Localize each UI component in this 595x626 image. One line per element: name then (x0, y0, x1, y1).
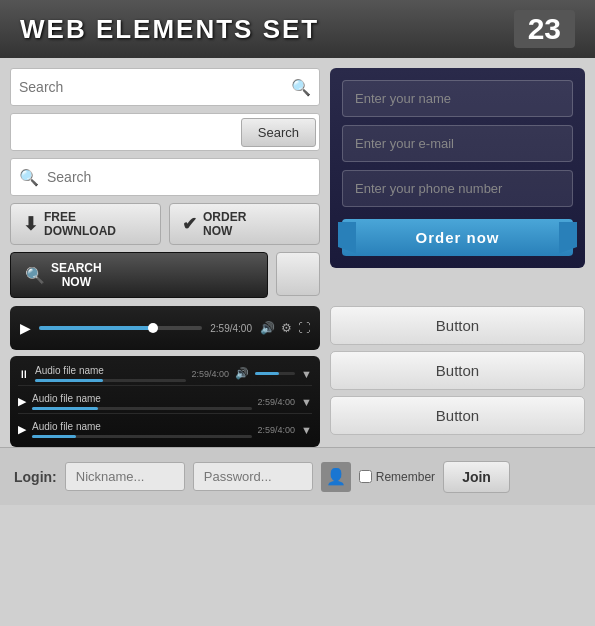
audio-fill-1 (35, 379, 103, 382)
player-controls: 🔊 ⚙ ⛶ (260, 321, 310, 335)
video-player: ▶ 2:59/4:00 🔊 ⚙ ⛶ (10, 306, 320, 350)
video-progress-bar[interactable] (39, 326, 202, 330)
audio-time-2: 2:59/4:00 (258, 397, 296, 407)
audio-progress-bar-3[interactable] (32, 435, 252, 438)
volume-icon[interactable]: 🔊 (260, 321, 275, 335)
audio-time-3: 2:59/4:00 (258, 425, 296, 435)
download-label: FREEDOWNLOAD (44, 210, 116, 238)
order-form: Order now (330, 68, 585, 268)
ribbon-left (338, 222, 356, 254)
settings-icon[interactable]: ⚙ (281, 321, 292, 335)
login-label: Login: (14, 469, 57, 485)
search-input-2[interactable] (11, 124, 238, 140)
order-button-wrapper: Order now (342, 219, 573, 256)
search-now-button[interactable]: 🔍 SEARCHNOW (10, 252, 268, 298)
free-download-button[interactable]: ⬇ FREEDOWNLOAD (10, 203, 161, 245)
audio-play-button-3[interactable]: ▶ (18, 423, 26, 436)
header-title: WEB ELEMENTS SET (20, 14, 319, 45)
search-icon-1: 🔍 (291, 78, 311, 97)
audio-track-2: ▶ Audio file name 2:59/4:00 ▼ (18, 390, 312, 414)
audio-play-button-2[interactable]: ▶ (18, 395, 26, 408)
order-label: ORDERNOW (203, 210, 246, 238)
phone-input[interactable] (342, 170, 573, 207)
player-right: Button Button Button (330, 306, 585, 447)
video-time: 2:59/4:00 (210, 323, 252, 334)
audio-expand-3[interactable]: ▼ (301, 424, 312, 436)
search-now-label: SEARCHNOW (51, 261, 102, 289)
search-now-icon: 🔍 (25, 266, 45, 285)
remember-label: Remember (376, 470, 435, 484)
header-number: 23 (514, 10, 575, 48)
audio-info-1: Audio file name (35, 365, 186, 382)
footer: Login: 👤 Remember Join (0, 447, 595, 505)
audio-info-2: Audio file name (32, 393, 252, 410)
left-column: 🔍 Search 🔍 ⬇ FREEDOWNLOAD ✔ ORD (10, 68, 320, 298)
content-area: 🔍 Search 🔍 ⬇ FREEDOWNLOAD ✔ ORD (0, 58, 595, 447)
search-icon-3: 🔍 (19, 168, 39, 187)
search-button-2[interactable]: Search (241, 118, 316, 147)
video-progress-thumb (148, 323, 158, 333)
search-input-1[interactable] (19, 79, 291, 95)
search-bar-2: Search (10, 113, 320, 151)
right-button-3[interactable]: Button (330, 396, 585, 435)
join-button[interactable]: Join (443, 461, 510, 493)
user-icon: 👤 (321, 462, 351, 492)
email-input[interactable] (342, 125, 573, 162)
header: WEB ELEMENTS SET 23 (0, 0, 595, 58)
audio-expand-2[interactable]: ▼ (301, 396, 312, 408)
audio-expand-1[interactable]: ▼ (301, 368, 312, 380)
audio-info-3: Audio file name (32, 421, 252, 438)
right-button-2[interactable]: Button (330, 351, 585, 390)
remember-checkbox[interactable] (359, 470, 372, 483)
right-column: Order now (330, 68, 585, 298)
audio-volume-icon-1[interactable]: 🔊 (235, 367, 249, 380)
password-input[interactable] (193, 462, 313, 491)
right-button-1[interactable]: Button (330, 306, 585, 345)
nickname-input[interactable] (65, 462, 185, 491)
search-bar-1: 🔍 (10, 68, 320, 106)
audio-progress-bar-1[interactable] (35, 379, 186, 382)
audio-player-list: ⏸ Audio file name 2:59/4:00 🔊 ▼ (10, 356, 320, 447)
audio-fill-3 (32, 435, 76, 438)
ribbon-right (559, 222, 577, 254)
search-bar-3: 🔍 (10, 158, 320, 196)
audio-pause-button-1[interactable]: ⏸ (18, 368, 29, 380)
search-now-row: 🔍 SEARCHNOW (10, 252, 320, 298)
video-progress-fill (39, 326, 153, 330)
audio-name-2: Audio file name (32, 393, 252, 404)
order-now-button-small[interactable]: ✔ ORDERNOW (169, 203, 320, 245)
fullscreen-icon[interactable]: ⛶ (298, 321, 310, 335)
checkmark-icon: ✔ (182, 213, 197, 235)
audio-track-3: ▶ Audio file name 2:59/4:00 ▼ (18, 418, 312, 441)
audio-track-1: ⏸ Audio file name 2:59/4:00 🔊 ▼ (18, 362, 312, 386)
audio-time-1: 2:59/4:00 (192, 369, 230, 379)
audio-name-1: Audio file name (35, 365, 186, 376)
volume-fill-1 (255, 372, 279, 375)
audio-progress-bar-2[interactable] (32, 407, 252, 410)
name-input[interactable] (342, 80, 573, 117)
download-icon: ⬇ (23, 213, 38, 235)
search-input-3[interactable] (47, 169, 311, 185)
order-now-button[interactable]: Order now (342, 219, 573, 256)
video-play-button[interactable]: ▶ (20, 320, 31, 336)
audio-name-3: Audio file name (32, 421, 252, 432)
button-row: ⬇ FREEDOWNLOAD ✔ ORDERNOW (10, 203, 320, 245)
square-button[interactable] (276, 252, 320, 296)
player-left: ▶ 2:59/4:00 🔊 ⚙ ⛶ ⏸ Audio fil (10, 306, 320, 447)
audio-fill-2 (32, 407, 98, 410)
remember-wrapper: Remember (359, 470, 435, 484)
